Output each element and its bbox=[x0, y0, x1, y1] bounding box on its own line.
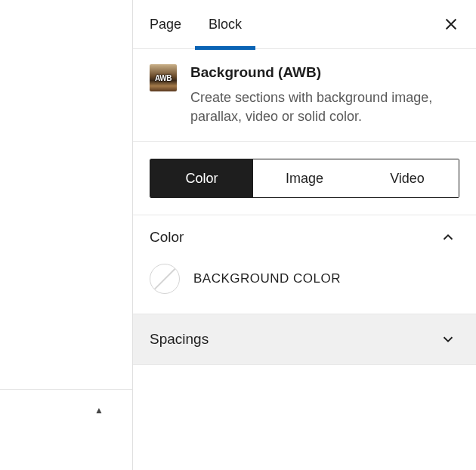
panel-spacings: Spacings bbox=[133, 314, 476, 365]
background-type-group: Color Image Video bbox=[150, 159, 459, 198]
chevron-up-icon bbox=[440, 229, 456, 246]
editor-canvas-area: ▲ bbox=[0, 0, 132, 470]
block-description: Create sections with background image, p… bbox=[190, 88, 459, 126]
divider bbox=[0, 389, 132, 390]
panel-color: Color BACKGROUND COLOR bbox=[133, 215, 476, 314]
tab-block[interactable]: Block bbox=[195, 0, 255, 49]
panel-color-title: Color bbox=[150, 229, 184, 246]
block-header: Background (AWB) Create sections with ba… bbox=[133, 49, 476, 142]
color-swatch-empty-icon bbox=[150, 264, 180, 294]
inspector-tabs: Page Block bbox=[133, 0, 476, 49]
panel-color-body: BACKGROUND COLOR bbox=[133, 259, 476, 314]
panel-spacings-toggle[interactable]: Spacings bbox=[133, 314, 476, 364]
scroll-up-arrow[interactable]: ▲ bbox=[94, 405, 104, 416]
panel-color-toggle[interactable]: Color bbox=[133, 215, 476, 259]
close-sidebar-button[interactable] bbox=[441, 14, 461, 34]
close-icon bbox=[443, 16, 459, 32]
chevron-down-icon bbox=[440, 331, 456, 348]
background-type-selector: Color Image Video bbox=[133, 142, 476, 215]
panel-spacings-title: Spacings bbox=[150, 331, 209, 348]
tab-page[interactable]: Page bbox=[136, 0, 195, 49]
inspector-sidebar: Page Block Background (AWB) Create secti… bbox=[132, 0, 476, 470]
background-color-label: BACKGROUND COLOR bbox=[193, 271, 341, 286]
type-option-color[interactable]: Color bbox=[150, 159, 253, 197]
type-option-image[interactable]: Image bbox=[253, 159, 356, 197]
type-option-video[interactable]: Video bbox=[356, 159, 459, 197]
block-title: Background (AWB) bbox=[190, 64, 459, 81]
awb-block-icon bbox=[150, 64, 177, 91]
background-color-control[interactable]: BACKGROUND COLOR bbox=[150, 264, 459, 294]
block-info: Background (AWB) Create sections with ba… bbox=[190, 64, 459, 126]
